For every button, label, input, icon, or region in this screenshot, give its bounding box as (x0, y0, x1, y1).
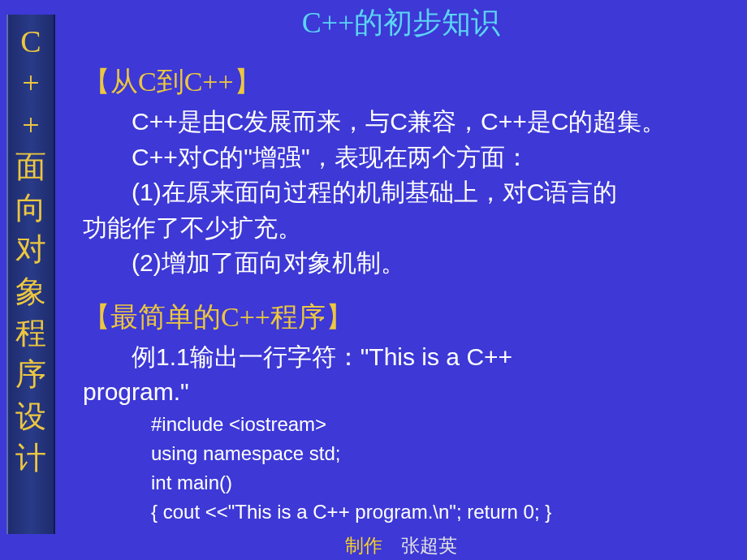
sidebar-char: 程 (15, 312, 46, 354)
page-title: C++的初步知识 (55, 0, 747, 49)
section-header-1: 【从C到C++】 (83, 63, 739, 101)
sidebar-char: 向 (15, 187, 46, 229)
sidebar-char: C (20, 21, 41, 62)
sidebar-char: 对 (15, 229, 46, 270)
body-line: 功能作了不少扩充。 (83, 210, 739, 246)
code-line: #include <iostream> (83, 410, 739, 439)
footer-author: 张超英 (401, 536, 457, 556)
sidebar-char: 设 (15, 396, 46, 437)
footer: 制作 张超英 (55, 533, 747, 558)
sidebar: C + + 面 向 对 象 程 序 设 计 (6, 15, 55, 534)
body-line: C++是由C发展而来，与C兼容，C++是C的超集。 (83, 104, 739, 140)
body-line: C++对C的"增强"，表现在两个方面： (83, 140, 739, 175)
sidebar-char: 象 (15, 271, 46, 312)
code-line: { cout <<"This is a C++ program.\n"; ret… (83, 498, 739, 527)
sidebar-char: + (22, 105, 39, 146)
code-line: using namespace std; (83, 439, 739, 468)
sidebar-char: 计 (15, 437, 46, 479)
sidebar-char: 面 (15, 146, 46, 187)
section-header-2: 【最简单的C++程序】 (83, 299, 739, 336)
sidebar-char: 序 (15, 354, 46, 395)
body-line: (2)增加了面向对象机制。 (83, 245, 739, 281)
code-line: int main() (83, 468, 739, 498)
body-line: 例1.1输出一行字符："This is a C++ (83, 339, 739, 375)
sidebar-char: + (22, 62, 39, 104)
footer-label: 制作 (345, 536, 382, 556)
body-line: (1)在原来面向过程的机制基础上，对C语言的 (83, 174, 739, 210)
content-area: 【从C到C++】 C++是由C发展而来，与C兼容，C++是C的超集。 C++对C… (58, 49, 747, 532)
body-line: program." (83, 374, 739, 410)
